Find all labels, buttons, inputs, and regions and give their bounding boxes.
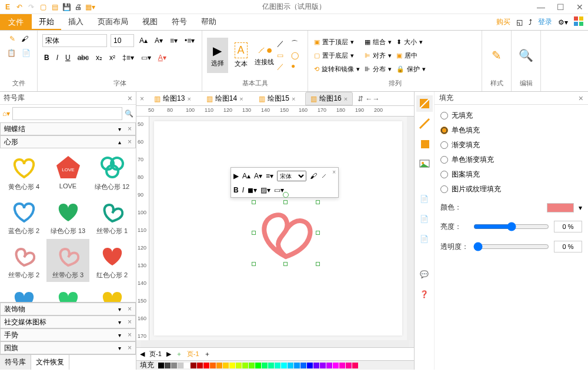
highlight-icon[interactable]: ▭▾ — [139, 52, 153, 64]
login-link[interactable]: 登录 — [538, 17, 552, 27]
resize-handle[interactable] — [316, 262, 320, 266]
color-swatch-item[interactable] — [300, 363, 306, 368]
bottom-tab-recover[interactable]: 文件恢复 — [31, 355, 69, 370]
color-swatch-item[interactable] — [229, 363, 235, 368]
page-label-right[interactable]: 页-1 — [187, 350, 199, 358]
line-shape-icon[interactable]: ／ — [277, 39, 289, 49]
color-swatch-item[interactable] — [249, 363, 255, 368]
menu-tab-start[interactable]: 开始 — [32, 14, 61, 30]
share2-icon[interactable]: ⤴ — [529, 18, 532, 26]
buy-link[interactable]: 购买 — [496, 17, 510, 27]
resize-handle[interactable] — [252, 231, 256, 235]
menu-tab-view[interactable]: 视图 — [135, 14, 165, 30]
brush1-icon[interactable]: ✎ — [8, 33, 17, 45]
fill-panel-icon[interactable] — [416, 95, 433, 112]
fill-option[interactable]: 图片或纹理填充 — [440, 184, 582, 194]
color-swatch-item[interactable] — [255, 363, 261, 368]
page-prev-icon[interactable]: ◀ — [140, 350, 145, 358]
open-icon[interactable]: ▤ — [49, 2, 60, 12]
opacity-value[interactable] — [554, 241, 582, 253]
ft-connector-icon[interactable]: ⟋ — [320, 172, 328, 180]
style-tool[interactable]: ✎ — [487, 38, 506, 73]
text-tool[interactable]: A文本 — [230, 38, 252, 73]
color-swatch[interactable] — [547, 203, 574, 212]
color-swatch-item[interactable] — [158, 363, 164, 368]
color-swatch-item[interactable] — [339, 363, 345, 368]
color-swatch-item[interactable] — [275, 363, 280, 368]
menu-tab-layout[interactable]: 页面布局 — [91, 14, 135, 30]
resize-handle[interactable] — [316, 231, 320, 235]
select-tool[interactable]: ▶选择 — [207, 38, 228, 73]
shape-item[interactable]: 绿色心形 13 — [46, 195, 89, 238]
comment-panel-icon[interactable]: 💬 — [416, 266, 433, 283]
shape-item[interactable] — [91, 283, 133, 302]
page-label-left[interactable]: 页-1 — [149, 350, 162, 358]
resize-handle[interactable] — [252, 200, 256, 204]
shape-item[interactable] — [2, 283, 45, 302]
ft-brush-icon[interactable]: 🖌 — [310, 172, 317, 180]
resize-handle[interactable] — [283, 200, 288, 204]
distribute[interactable]: ⊪分布 ▾ — [363, 64, 393, 75]
ft-font-grow-icon[interactable]: A▴ — [242, 172, 250, 180]
shape-item[interactable]: 蓝色心形 2 — [2, 195, 45, 238]
rotate-mirror[interactable]: ⟲旋转和镜像 ▾ — [313, 64, 361, 75]
menu-tab-help[interactable]: 帮助 — [194, 14, 223, 30]
rotation-handle[interactable] — [283, 192, 289, 198]
font-grow-icon[interactable]: A▴ — [138, 35, 149, 46]
color-swatch-item[interactable] — [288, 363, 293, 368]
right-panel-close-icon[interactable]: × — [579, 94, 583, 103]
menu-tab-symbol[interactable]: 符号 — [165, 14, 194, 30]
share-icon[interactable]: ◱ — [516, 18, 523, 26]
page-add2-icon[interactable]: ＋ — [204, 350, 211, 358]
center[interactable]: ▣居中 — [395, 50, 427, 61]
ft-shadow-icon[interactable]: ▨▾ — [260, 186, 270, 194]
gear-icon[interactable]: ⚙▾ — [558, 18, 568, 26]
color-swatch-item[interactable] — [307, 363, 313, 368]
color-swatch-item[interactable] — [242, 363, 248, 368]
color-swatch-item[interactable] — [326, 363, 332, 368]
redo-icon[interactable]: ↷ — [26, 2, 36, 12]
color-swatch-item[interactable] — [268, 363, 274, 368]
send-back[interactable]: ▢置于底层 ▾ — [313, 50, 361, 61]
color-swatch-item[interactable] — [165, 363, 171, 368]
bring-front[interactable]: ▣置于顶层 ▾ — [313, 36, 361, 48]
connector-tool[interactable]: ⟋●连接线 — [253, 38, 275, 73]
fill-option[interactable]: 单色渐变填充 — [440, 155, 582, 165]
resize-handle[interactable] — [316, 200, 320, 204]
menu-file[interactable]: 文件 — [0, 14, 32, 30]
ellipse-shape-icon[interactable]: ◯ — [291, 51, 303, 59]
doc3-panel-icon[interactable]: 📄 — [416, 231, 433, 247]
ft-italic-icon[interactable]: I — [242, 186, 244, 194]
group[interactable]: ▦组合 ▾ — [363, 36, 393, 48]
category-item[interactable]: 装饰物▾× — [0, 303, 136, 315]
color-swatch-item[interactable] — [346, 363, 352, 368]
shape-item[interactable]: LOVELOVE — [46, 151, 89, 194]
color-swatch-item[interactable] — [197, 363, 203, 368]
menu-tab-insert[interactable]: 插入 — [61, 14, 91, 30]
font-shrink-icon[interactable]: A▾ — [153, 35, 165, 46]
tabs-nav-icon[interactable]: ⇵ ←→ — [358, 95, 379, 103]
color-swatch-item[interactable] — [320, 363, 326, 368]
minimize-button[interactable]: — — [537, 2, 545, 12]
page-add-icon[interactable]: ＋ — [176, 350, 182, 358]
font-size-select[interactable] — [111, 34, 134, 47]
color-swatch-item[interactable] — [191, 363, 196, 368]
fill-option[interactable]: 图案填充 — [440, 170, 582, 180]
strike-icon[interactable]: abc — [76, 52, 91, 64]
shape-item[interactable]: 红色心形 2 — [91, 239, 133, 282]
copy-icon[interactable]: 📄 — [20, 47, 32, 59]
symbol-search-input[interactable] — [12, 107, 122, 120]
color-dropdown-icon[interactable]: ▾ — [579, 204, 582, 212]
page-next-icon[interactable]: ▶ — [166, 350, 171, 358]
arc-shape-icon[interactable]: ⌒ — [291, 39, 303, 49]
paste-icon[interactable]: 📋 — [5, 47, 18, 59]
shape-item[interactable]: 绿色心形 12 — [91, 151, 133, 194]
circle-shape-icon[interactable]: ● — [291, 62, 303, 72]
color-swatch-item[interactable] — [294, 363, 300, 368]
subscript-icon[interactable]: x₂ — [94, 52, 104, 64]
close-button[interactable]: ✕ — [576, 2, 583, 12]
color-swatch-item[interactable] — [352, 363, 358, 368]
doc-tab-16[interactable]: ▥绘图16× — [305, 92, 353, 105]
maximize-button[interactable]: ☐ — [557, 2, 564, 12]
underline-icon[interactable]: U — [64, 52, 72, 64]
